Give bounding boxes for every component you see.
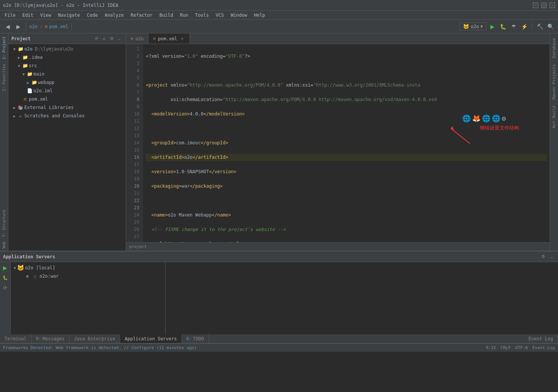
messages-tab-label: Messages <box>43 336 65 341</box>
code-line-9: <version>1.0-SNAPSHOT</version> <box>146 168 547 175</box>
sync-button[interactable]: ⟳ <box>93 35 100 42</box>
menu-vcs[interactable]: VCS <box>213 12 227 19</box>
menu-build[interactable]: Build <box>156 12 176 19</box>
server-detail-pane <box>166 262 558 334</box>
toolbar-separator-2 <box>71 23 72 30</box>
menu-view[interactable]: View <box>37 12 54 19</box>
tree-root-o2o[interactable]: ▼ 📁 o2o D:\lymjava\o2o <box>8 45 126 53</box>
structure-panel-tab[interactable]: 7: Structure <box>1 207 7 239</box>
tree-pom-file[interactable]: ▶ m pom.xml <box>8 95 126 103</box>
ant-build-tab[interactable]: Ant Build <box>551 103 557 131</box>
tree-ext-libs[interactable]: ▶ 📚 External Libraries <box>8 103 126 112</box>
menu-refactor[interactable]: Refactor <box>128 12 156 19</box>
server-label-war: o2o:war <box>40 273 59 279</box>
tree-webapp-folder[interactable]: ▶ 📁 webapp <box>8 78 126 87</box>
hide-button[interactable]: – <box>116 35 123 42</box>
bottom-settings-button[interactable]: ⚙ <box>540 253 547 260</box>
app-servers-tab-label: Application Servers <box>125 336 177 341</box>
bottom-panel-header: Application Servers ⚙ – <box>0 251 558 262</box>
event-log-status[interactable]: Event Log <box>532 345 555 350</box>
build-button[interactable]: 🔨 <box>535 22 544 31</box>
debug-server-button[interactable]: 🐛 <box>1 273 9 282</box>
bottom-area: Application Servers ⚙ – ▶ 🐛 ⟳ ▼ 🐱 o2o [l… <box>0 251 558 334</box>
tab-pom-xml[interactable]: m pom.xml ✕ <box>149 33 190 44</box>
toolbar-separator-3 <box>532 23 532 30</box>
tree-label: o2o <box>24 46 33 52</box>
tree-scratches[interactable]: ▶ ✏ Scratches and Consoles <box>8 112 126 120</box>
event-log-tab[interactable]: Event Log <box>524 334 558 343</box>
minimize-button[interactable]: ─ <box>533 3 538 8</box>
frameworks-message[interactable]: Frameworks Detected: Web framework is de… <box>3 345 197 350</box>
menu-code[interactable]: Code <box>84 12 101 19</box>
application-servers-tab[interactable]: Application Servers <box>120 334 182 343</box>
forward-button[interactable]: ▶ <box>14 22 23 31</box>
maven-projects-tab[interactable]: Maven Projects <box>551 61 557 103</box>
menu-analyze[interactable]: Analyze <box>101 12 127 19</box>
profile-button[interactable]: ⚡ <box>520 22 529 31</box>
menu-help[interactable]: Help <box>251 12 268 19</box>
close-button[interactable]: ✕ <box>550 3 555 8</box>
project-tree: ▼ 📁 o2o D:\lymjava\o2o ▶ 📁 .idea ▼ 📁 src <box>8 44 126 251</box>
tree-main-folder[interactable]: ▼ 📁 main <box>8 70 126 78</box>
folder-webapp-icon: 📁 <box>31 79 37 85</box>
expand-icon-ext: ▶ <box>12 105 17 110</box>
menu-navigate[interactable]: Navigate <box>55 12 83 19</box>
code-line-1: <?xml version="1.0" encoding="UTF-8"?> <box>146 53 547 60</box>
war-status-icon: ○ <box>32 273 38 279</box>
tab-close-button[interactable]: ✕ <box>180 36 185 41</box>
tab-maven-o2o[interactable]: m o2o <box>126 33 149 44</box>
title-bar: o2o [D:\lymjava\o2o] - o2o - IntelliJ ID… <box>0 0 558 11</box>
terminal-tab-label: Terminal <box>5 336 27 341</box>
menu-edit[interactable]: Edit <box>19 12 36 19</box>
java-enterprise-tab[interactable]: Java Enterprise <box>70 334 120 343</box>
code-line-7: <groupId>com.imooc</groupId> <box>146 139 547 147</box>
tree-label-webapp: webapp <box>38 80 54 85</box>
cursor-position[interactable]: 8:31 <box>486 345 496 350</box>
menu-run[interactable]: Run <box>177 12 191 19</box>
server-war-item[interactable]: ⚙ ○ o2o:war <box>11 272 165 280</box>
toolbar-separator-1 <box>26 23 26 30</box>
debug-button[interactable]: 🐛 <box>498 22 507 31</box>
tree-label-src: src <box>29 63 37 68</box>
breadcrumb-o2o[interactable]: o2o <box>29 24 38 29</box>
status-right: 8:31 CRLF UTF-8 Event Log <box>486 345 555 350</box>
terminal-tab[interactable]: Terminal <box>0 334 32 343</box>
web-panel-tab[interactable]: Web <box>1 239 7 251</box>
tree-label-ext: External Libraries <box>24 105 74 110</box>
folder-src-icon: 📁 <box>22 63 28 69</box>
messages-tab-num: 0: <box>36 336 41 341</box>
tree-iml-file[interactable]: ▶ 📄 o2o.iml <box>8 87 126 95</box>
tree-src-folder[interactable]: ▼ 📁 src <box>8 62 126 70</box>
server-o2o-local[interactable]: ▼ 🐱 o2o [local] <box>11 264 165 272</box>
line-ending[interactable]: CRLF <box>501 345 511 350</box>
menu-window[interactable]: Window <box>228 12 250 19</box>
editor-breadcrumb: project <box>126 242 550 251</box>
menu-tools[interactable]: Tools <box>192 12 212 19</box>
restart-button[interactable]: ⟳ <box>1 283 9 292</box>
bottom-panel-actions: ⚙ – <box>540 253 555 260</box>
breadcrumb-pom[interactable]: m <box>45 24 47 29</box>
breadcrumb-pom-label[interactable]: pom.xml <box>49 24 68 29</box>
messages-tab[interactable]: 0: Messages <box>32 334 70 343</box>
run-button[interactable]: ▶ <box>488 22 497 31</box>
run-server-button[interactable]: ▶ <box>1 264 9 272</box>
maximize-button[interactable]: □ <box>541 3 547 8</box>
coverage-button[interactable]: ☂ <box>509 22 518 31</box>
title-text: o2o [D:\lymjava\o2o] - o2o - IntelliJ ID… <box>3 3 118 8</box>
tree-idea-folder[interactable]: ▶ 📁 .idea <box>8 53 126 62</box>
search-everywhere-button[interactable]: 🔍 <box>546 22 555 31</box>
bottom-hide-button[interactable]: – <box>548 253 555 260</box>
tomcat-icon: 🐱 <box>17 265 24 271</box>
database-tab[interactable]: Database <box>551 35 557 61</box>
favorites-panel-tab[interactable]: 2: Favorites <box>1 62 7 93</box>
todo-tab[interactable]: 6: TODO <box>182 334 209 343</box>
run-config-selector[interactable]: 🐱 o2o ▼ <box>460 22 486 30</box>
war-icon: ⚙ <box>24 273 30 279</box>
code-content[interactable]: <?xml version="1.0" encoding="UTF-8"?> <… <box>143 44 550 242</box>
project-panel-tab[interactable]: 1: Project <box>1 34 7 62</box>
collapse-all-button[interactable]: ≡ <box>101 35 107 42</box>
settings-button[interactable]: ⚙ <box>108 35 115 42</box>
back-button[interactable]: ◀ <box>3 22 12 31</box>
file-encoding[interactable]: UTF-8 <box>515 345 528 350</box>
menu-file[interactable]: File <box>2 12 19 19</box>
